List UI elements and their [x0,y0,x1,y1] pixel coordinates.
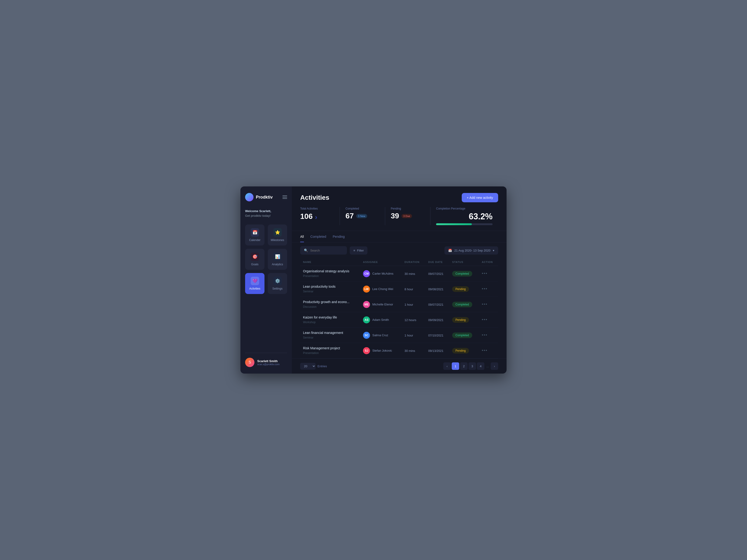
cell-name-3: Kaizen for everyday life Workshop [300,312,360,328]
cell-assignee-5: SJ Stefan Jokovic [360,343,402,358]
stats-bar: Total Activities 106 › Completed 67 3 Ne… [292,207,507,231]
cell-status-4: Completed [449,328,479,343]
row-name-4: Lean financial management [303,331,357,335]
sidebar-item-settings[interactable]: ⚙️ Settings [268,273,287,294]
assignee-avatar-1: LW [363,286,370,293]
cell-status-0: Completed [449,266,479,282]
assignee-name-5: Stefan Jokovic [372,349,392,352]
table-body: Organisational strategy analysis Present… [300,266,498,358]
assignee-cell-2: ME Michelle Elenor [363,301,399,308]
cell-duration-3: 12 hours [402,312,426,328]
sidebar-item-calendar[interactable]: 📅 Calender [245,224,264,245]
entries-select: 20 50 100 Entries [300,363,327,370]
logo-icon [245,193,254,202]
stat-divider-3 [430,207,431,225]
assignee-avatar-4: SC [363,332,370,339]
sidebar-item-analytics[interactable]: 📊 Analytics [268,249,287,270]
cell-status-1: Pending [449,282,479,297]
page-button-3[interactable]: 3 [468,363,476,370]
new-badge: 3 New [356,214,367,218]
due-date-2: 09/07/2021 [428,303,443,306]
app-container: Prodktiv Welcome Scarlett, Get prodktiv … [240,186,507,374]
assignee-name-4: Salma Cruz [372,334,388,337]
cell-action-5[interactable]: ••• [479,343,498,358]
stat-total: Total Activities 106 › [300,207,334,221]
logo-text: Prodktiv [256,195,273,200]
user-name: Scarlett Smith [257,359,287,363]
sidebar-item-milestones[interactable]: ⭐ Milestones [268,224,287,245]
cell-due-date-4: 07/10/2021 [425,328,449,343]
stat-pending: Pending 39 3 Due [391,207,424,220]
cell-assignee-3: AS Adam Smith [360,312,402,328]
status-badge-3: Pending [452,317,469,323]
sidebar-label-calendar: Calender [249,238,260,242]
stat-completion: Completion Percentage 63.2% [436,207,498,225]
duration-5: 30 mins [405,349,415,352]
cell-action-2[interactable]: ••• [479,297,498,312]
cell-action-1[interactable]: ••• [479,282,498,297]
sidebar-item-activities[interactable]: 💜 Activities [245,273,264,294]
page-button-2[interactable]: 2 [460,363,468,370]
page-prev-button[interactable]: ‹ [443,363,451,370]
cell-action-4[interactable]: ••• [479,328,498,343]
date-picker[interactable]: 📅 21 Aug 2020- 13 Sep 2020 ▾ [444,246,498,255]
sidebar-logo: Prodktiv [245,193,273,202]
page-title: Activities [300,194,329,202]
activities-table: Name Assignee Duration Due Date Status A… [300,258,498,358]
cell-assignee-4: SC Salma Cruz [360,328,402,343]
cell-name-1: Lean productivity tools Seminar [300,282,360,297]
page-button-4[interactable]: 4 [477,363,484,370]
due-date-4: 07/10/2021 [428,334,443,337]
user-info: Scarlett Smith scar.s@proktiv.com [257,359,287,366]
table-header-row: Name Assignee Duration Due Date Status A… [300,258,498,266]
assignee-avatar-3: AS [363,316,370,323]
tab-all[interactable]: All [300,235,304,242]
row-name-5: Risk Management project [303,346,357,350]
tab-completed[interactable]: Completed [310,235,326,242]
sidebar-item-goals[interactable]: 🎯 Goals [245,249,264,270]
duration-2: 1 hour [405,303,413,306]
cell-name-2: Productivity growth and econo... Discuss… [300,297,360,312]
table-row: Risk Management project Presentation SJ … [300,343,498,358]
action-menu-1[interactable]: ••• [482,287,488,291]
assignee-name-1: Lee Chong Wei [372,287,393,291]
sidebar-header: Prodktiv [245,193,287,202]
stat-divider-2 [385,207,385,225]
filter-left: 🔍 ≡ Filter [300,246,367,255]
add-activity-button[interactable]: + Add new activity [462,193,498,202]
tab-pending[interactable]: Pending [333,235,344,242]
duration-0: 30 mins [405,272,415,275]
status-badge-4: Completed [452,332,472,338]
entries-dropdown[interactable]: 20 50 100 [300,363,316,370]
page-next-button[interactable]: › [491,363,498,370]
sidebar-label-milestones: Milestones [271,238,284,242]
action-menu-4[interactable]: ••• [482,333,488,338]
page-button-1[interactable]: 1 [452,363,459,370]
assignee-cell-5: SJ Stefan Jokovic [363,347,399,354]
cell-status-5: Pending [449,343,479,358]
cell-action-0[interactable]: ••• [479,266,498,282]
chevron-down-icon: ▾ [493,249,494,252]
hamburger-menu[interactable] [282,195,287,199]
status-badge-1: Pending [452,286,469,292]
search-box[interactable]: 🔍 [300,246,347,255]
col-duration: Duration [402,258,426,266]
search-input[interactable] [310,249,343,252]
entries-label: Entries [317,365,327,368]
search-icon: 🔍 [304,248,308,252]
filter-button[interactable]: ≡ Filter [350,246,367,255]
nav-grid: 📅 Calender ⭐ Milestones 🎯 Goals 📊 Analyt… [245,224,287,294]
cell-due-date-0: 09/07/2021 [425,266,449,282]
action-menu-3[interactable]: ••• [482,317,488,322]
due-badge: 3 Due [402,214,412,218]
action-menu-5[interactable]: ••• [482,348,488,353]
welcome-text: Welcome Scarlett, Get prodktiv today! [245,209,287,218]
progress-bar-fill [436,223,472,225]
filter-row: 🔍 ≡ Filter 📅 21 Aug 2020- 13 Sep 2020 ▾ [292,242,507,258]
cell-action-3[interactable]: ••• [479,312,498,328]
action-menu-2[interactable]: ••• [482,302,488,306]
table-head: Name Assignee Duration Due Date Status A… [300,258,498,266]
action-menu-0[interactable]: ••• [482,271,488,276]
due-date-1: 09/08/2021 [428,288,443,291]
assignee-name-3: Adam Smith [372,318,389,322]
